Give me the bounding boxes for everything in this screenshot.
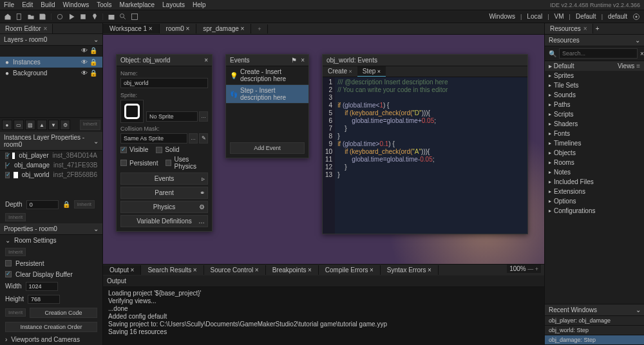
tree-configs[interactable]: ▸Configurations [545,206,644,216]
room-editor-tab[interactable]: Room Editor× [0,24,53,33]
menu-edit[interactable]: Edit [22,1,33,8]
tab-spr-damage[interactable]: spr_damage × [196,24,251,33]
viewports-toggle[interactable]: ›Viewports and Cameras [0,334,102,345]
code-editor[interactable]: 12345678910111213 /// @description Inser… [323,77,527,234]
tree-timelines[interactable]: ▸Timelines [545,138,644,148]
clear-display-checkbox[interactable] [5,271,12,277]
persistent-checkbox[interactable] [120,160,127,166]
debug-icon[interactable] [56,13,64,21]
tree-tilesets[interactable]: ▸Tile Sets [545,80,644,90]
tree-extensions[interactable]: ▸Extensions [545,187,644,196]
physics-btn[interactable]: Physics⚙ [120,201,208,213]
tab-room0[interactable]: room0 × [160,24,197,33]
edit-mask-btn[interactable]: ✎ [199,133,208,144]
lock-icon[interactable]: 🔒 [90,47,97,54]
target-windows[interactable]: Windows [488,13,516,20]
dropdown-icon[interactable]: … [189,133,198,144]
sprite-select[interactable]: No Sprite [146,111,198,122]
layer-down-btn[interactable]: ▼ [48,120,59,130]
compile-errors-tab[interactable]: Compile Errors × [319,265,381,275]
target-icon[interactable] [632,13,640,21]
inherit-btn[interactable]: Inherit [5,308,26,317]
depth-input[interactable] [26,200,59,209]
events-btn[interactable]: Events▹ [120,172,208,185]
open-icon[interactable] [27,13,35,21]
menu-marketplace[interactable]: Marketplace [120,1,155,8]
creation-code-btn[interactable]: Creation Code [30,308,97,318]
tree-sprites[interactable]: ▸Sprites [545,71,644,80]
output-tab[interactable]: Output × [103,265,141,275]
eye-icon[interactable]: 👁 [81,59,88,66]
clean-icon[interactable] [91,13,99,21]
checkbox[interactable] [5,172,10,178]
layers-header[interactable]: Layers - room0⌄ [0,34,102,46]
menu-build[interactable]: Build [41,1,55,8]
target-default[interactable]: Default [574,13,598,20]
checkbox[interactable] [5,153,8,159]
close-icon[interactable]: × [583,25,587,32]
lock-icon[interactable]: 🔒 [90,70,97,77]
close-icon[interactable]: × [240,25,244,32]
zoom-in-icon[interactable] [119,13,127,21]
layer-up-btn[interactable]: ▲ [37,120,47,130]
inherit-btn[interactable]: Inherit [80,120,100,130]
recent-item[interactable]: obj_damage: Step [545,335,644,345]
target-local[interactable]: Local [526,13,544,20]
home-icon[interactable] [4,13,12,21]
instance-row[interactable]: obj_damageinst_471FE93B [0,160,102,170]
inherit-btn[interactable]: Inherit [5,248,26,256]
lock-icon[interactable]: 🔒 [90,59,97,66]
close-icon[interactable]: × [204,57,208,64]
close-icon[interactable]: × [149,25,153,32]
tree-included[interactable]: ▸Included Files [545,177,644,187]
properties-header[interactable]: Properties - room0⌄ [0,223,102,235]
play-icon[interactable] [68,13,75,21]
object-name-input[interactable]: obj_world [120,78,208,88]
tree-scripts[interactable]: ▸Scripts [545,109,644,119]
persistent-checkbox[interactable] [5,260,12,266]
width-input[interactable] [26,282,58,291]
stop-icon[interactable] [79,13,87,21]
add-tab-btn[interactable]: + [251,24,268,33]
tab-workspace1[interactable]: Workspace 1 × [103,24,160,33]
layer-folder-btn[interactable]: ▭ [14,120,24,130]
tree-fonts[interactable]: ▸Fonts [545,129,644,138]
instance-row[interactable]: obj_playerinst_3B4D014A [0,151,102,160]
flag-icon[interactable]: ⚑ [291,57,297,64]
sprite-preview[interactable] [120,100,144,123]
resources-tab[interactable]: Resources× [545,24,593,33]
layer-background[interactable]: ●Background👁🔒 [0,68,102,79]
new-icon[interactable] [15,13,23,21]
inherit-btn[interactable]: Inherit [5,213,26,221]
workspace-canvas[interactable]: Object: obj_world× Name: obj_world Sprit… [103,35,544,264]
room-settings-toggle[interactable]: ⌄Room Settings [0,235,102,246]
breakpoints-tab[interactable]: Breakpoints × [266,265,319,275]
menu-tools[interactable]: Tools [97,1,111,8]
code-tab-create[interactable]: Create × [323,66,357,77]
zoom-level[interactable]: 100% — + [507,265,541,273]
save-icon[interactable] [39,13,46,21]
tree-options[interactable]: ▸Options [545,196,644,206]
close-icon[interactable]: × [44,25,48,32]
visible-checkbox[interactable] [120,147,127,153]
search-results-tab[interactable]: Search Results × [141,265,204,275]
add-event-btn[interactable]: Add Event [230,142,305,154]
tree-paths[interactable]: ▸Paths [545,100,644,109]
menu-help[interactable]: Help [193,1,206,8]
tree-sounds[interactable]: ▸Sounds [545,90,644,100]
code-text[interactable]: /// @description Insert description here… [335,77,450,234]
instance-props-header[interactable]: Instances Layer Properties - room0⌄ [0,132,102,151]
package-icon[interactable] [108,13,115,21]
inherit-btn[interactable]: Inherit [74,200,95,209]
close-icon[interactable]: × [185,25,189,32]
event-create[interactable]: 💡Create - Insert description here [226,66,308,85]
layer-opts-btn[interactable]: ⚙ [60,120,70,130]
lock-icon[interactable]: 🔒 [62,201,70,208]
physics-checkbox[interactable] [166,160,171,166]
dropdown-icon[interactable]: … [199,111,208,122]
target-vm[interactable]: VM [553,13,565,20]
eye-icon[interactable]: 👁 [81,47,88,54]
collision-select[interactable]: Same As Sprite [120,133,187,144]
target-config[interactable]: default [607,13,629,20]
tree-rooms[interactable]: ▸Rooms [545,158,644,167]
